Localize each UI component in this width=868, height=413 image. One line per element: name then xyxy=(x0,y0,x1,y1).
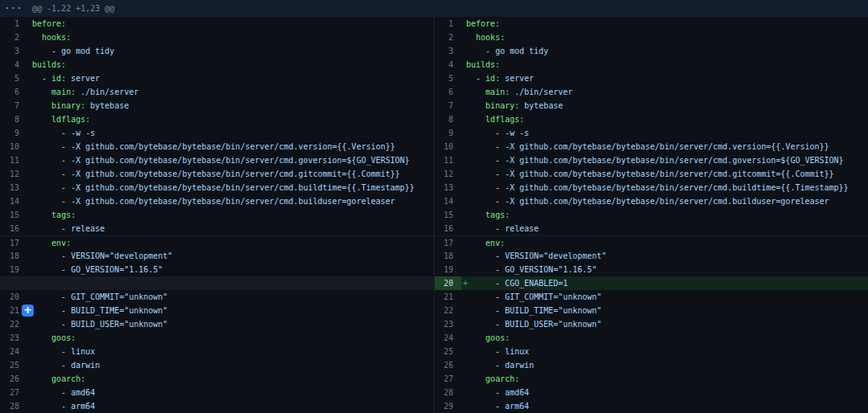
code-segment-value: -X github.com/bytebase/bytebase/bin/serv… xyxy=(505,170,833,178)
right-line-number[interactable]: 22 xyxy=(434,304,461,317)
code-segment-value: arm64 xyxy=(505,402,529,411)
right-line-number[interactable]: 18 xyxy=(434,249,461,263)
right-line-number[interactable]: 11 xyxy=(434,153,461,167)
left-line-number[interactable]: 12 xyxy=(0,167,27,181)
right-line-number[interactable]: 2 xyxy=(434,31,461,44)
left-code-line: - GO_VERSION="1.16.5" xyxy=(27,263,434,276)
right-line-number[interactable]: 24 xyxy=(434,331,461,345)
code-segment-value: -X github.com/bytebase/bytebase/bin/serv… xyxy=(505,183,848,192)
expand-diff-icon[interactable]: ··· xyxy=(0,3,27,14)
right-line-number[interactable]: 14 xyxy=(434,194,461,208)
right-line-number[interactable]: 16 xyxy=(434,222,461,235)
left-line-number[interactable]: 26 xyxy=(0,372,27,386)
left-code-line: - go mod tidy xyxy=(27,44,434,58)
left-line-number[interactable]: 10 xyxy=(0,140,27,153)
right-line-number[interactable]: 6 xyxy=(434,85,461,99)
left-line-number[interactable]: 14 xyxy=(0,194,27,208)
right-line-number[interactable]: 25 xyxy=(434,345,461,358)
right-code-line: goarch: xyxy=(461,372,868,386)
code-segment-plain xyxy=(466,211,485,219)
left-line-number[interactable]: 15 xyxy=(0,208,27,222)
left-line-number[interactable]: 28 xyxy=(0,399,27,413)
right-line-number[interactable]: 1 xyxy=(434,17,461,31)
left-line-number[interactable]: 4 xyxy=(0,58,27,72)
code-segment-plain xyxy=(32,239,51,247)
code-segment-value: amd64 xyxy=(71,388,95,397)
code-segment-key: goos: xyxy=(485,333,510,342)
left-line-number[interactable]: 25 xyxy=(0,358,27,372)
diff-row: 25 - darwin26 - darwin xyxy=(0,358,868,372)
right-code-line: - GO_VERSION="1.16.5" xyxy=(461,263,868,276)
diff-row: 20 - GIT_COMMIT="unknown"21 - GIT_COMMIT… xyxy=(0,290,868,304)
left-line-number[interactable]: 24 xyxy=(0,345,27,358)
left-line-number[interactable]: 16 xyxy=(0,222,27,235)
left-line-number[interactable]: 5 xyxy=(0,72,27,85)
right-code-line: env: xyxy=(461,236,868,250)
right-code-line: - amd64 xyxy=(461,386,868,399)
code-segment-key: goos: xyxy=(51,333,76,342)
right-line-number[interactable]: 26 xyxy=(434,358,461,372)
left-line-number[interactable]: 23 xyxy=(0,331,27,345)
left-line-number[interactable]: 1 xyxy=(0,17,27,31)
right-line-number[interactable]: 8 xyxy=(434,112,461,126)
right-line-number[interactable]: 7 xyxy=(434,99,461,112)
right-line-number[interactable]: 20 xyxy=(434,276,461,290)
code-segment-plain: - xyxy=(32,156,71,165)
code-segment-value: server xyxy=(71,74,100,83)
code-segment-plain: - xyxy=(32,361,71,370)
code-segment-value: darwin xyxy=(505,361,534,370)
right-line-number[interactable]: 28 xyxy=(434,386,461,399)
right-line-number[interactable]: 9 xyxy=(434,126,461,140)
add-comment-button[interactable]: + xyxy=(22,305,34,317)
left-line-number xyxy=(0,276,27,290)
right-line-number[interactable]: 10 xyxy=(434,140,461,153)
right-line-number[interactable]: 17 xyxy=(434,236,461,250)
left-line-number[interactable]: 13 xyxy=(0,181,27,194)
left-line-number[interactable]: 7 xyxy=(0,99,27,112)
code-segment-value: -w -s xyxy=(71,129,95,137)
right-line-number[interactable]: 15 xyxy=(434,208,461,222)
code-segment-plain: - xyxy=(466,197,505,206)
code-segment-plain: - xyxy=(32,292,71,301)
left-line-number[interactable]: 9 xyxy=(0,126,27,140)
code-segment-value: BUILD_TIME="unknown" xyxy=(71,306,167,315)
left-code-line: - BUILD_TIME="unknown" xyxy=(27,304,434,317)
code-segment-key: id: xyxy=(485,74,500,83)
left-code-line: - -X github.com/bytebase/bytebase/bin/se… xyxy=(27,153,434,167)
code-segment-value: BUILD_USER="unknown" xyxy=(505,320,601,329)
code-segment-value: arm64 xyxy=(71,402,95,411)
right-line-number[interactable]: 19 xyxy=(434,263,461,276)
left-line-number[interactable]: 20 xyxy=(0,290,27,304)
right-line-number[interactable]: 3 xyxy=(434,44,461,58)
left-line-number[interactable]: 19 xyxy=(0,263,27,276)
left-code-line: - id: server xyxy=(27,72,434,85)
right-line-number[interactable]: 13 xyxy=(434,181,461,194)
right-line-number[interactable]: 5 xyxy=(434,72,461,85)
left-line-number[interactable]: 8 xyxy=(0,112,27,126)
right-line-number[interactable]: 23 xyxy=(434,317,461,331)
left-line-number[interactable]: 2 xyxy=(0,31,27,44)
left-line-number[interactable]: 22 xyxy=(0,317,27,331)
left-line-number[interactable]: 27 xyxy=(0,386,27,399)
diff-row: 20+ - CGO_ENABLED=1 xyxy=(0,276,868,290)
code-segment-value: -X github.com/bytebase/bytebase/bin/serv… xyxy=(505,197,829,206)
right-line-number[interactable]: 12 xyxy=(434,167,461,181)
diff-row: 3 - go mod tidy3 - go mod tidy xyxy=(0,44,868,58)
left-line-number[interactable]: 6 xyxy=(0,85,27,99)
right-code-line: + - CGO_ENABLED=1 xyxy=(461,276,868,290)
right-code-line: binary: bytebase xyxy=(461,99,868,112)
left-line-number[interactable]: 11 xyxy=(0,153,27,167)
right-line-number[interactable]: 29 xyxy=(434,399,461,413)
left-code-line: - -X github.com/bytebase/bytebase/bin/se… xyxy=(27,167,434,181)
left-line-number[interactable]: 3 xyxy=(0,44,27,58)
diff-row: 6 main: ./bin/server6 main: ./bin/server xyxy=(0,85,868,99)
right-code-line: - VERSION="development" xyxy=(461,249,868,263)
left-line-number[interactable]: 18 xyxy=(0,249,27,263)
diff-row: 19 - GO_VERSION="1.16.5"19 - GO_VERSION=… xyxy=(0,263,868,276)
code-segment-plain xyxy=(466,101,485,110)
right-line-number[interactable]: 21 xyxy=(434,290,461,304)
right-line-number[interactable]: 4 xyxy=(434,58,461,72)
left-line-number[interactable]: 17 xyxy=(0,236,27,250)
right-code-line: - BUILD_TIME="unknown" xyxy=(461,304,868,317)
right-line-number[interactable]: 27 xyxy=(434,372,461,386)
